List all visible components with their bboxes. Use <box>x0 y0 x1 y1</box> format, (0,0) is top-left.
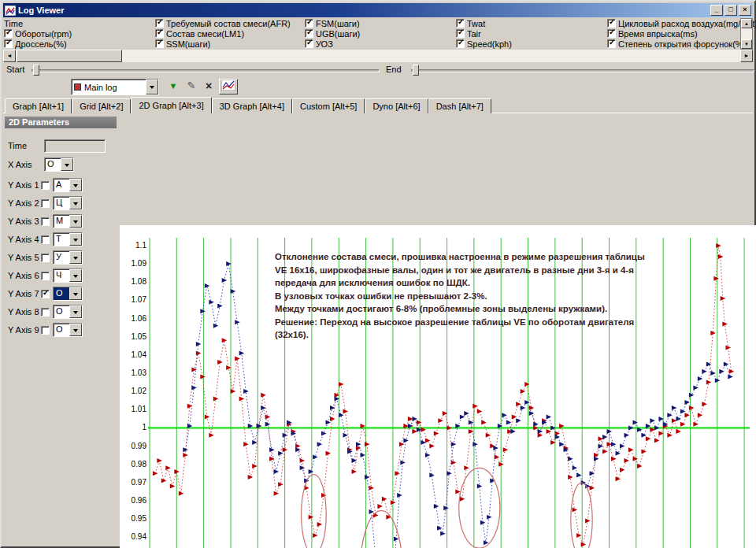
close-button[interactable]: × <box>739 5 751 16</box>
svg-text:1: 1 <box>142 423 146 431</box>
signal-item[interactable]: Цикловый расход воздуха(mg/tact) <box>607 18 756 28</box>
chevron-down-icon[interactable] <box>61 158 73 171</box>
load-log-button[interactable]: ▼ <box>165 79 181 94</box>
signal-checkbox[interactable] <box>4 39 13 48</box>
log-selector[interactable]: Main log <box>71 79 159 95</box>
y-axis-7-checkbox[interactable] <box>41 290 50 298</box>
signal-item[interactable]: Twat <box>456 18 512 28</box>
signal-checkbox[interactable] <box>456 29 465 38</box>
minimize-button[interactable]: _ <box>710 5 723 16</box>
chevron-down-icon[interactable] <box>69 215 82 228</box>
log-selector-value: Main log <box>84 83 146 92</box>
signal-item[interactable]: Обороты(rpm) <box>4 28 72 39</box>
maximize-button[interactable]: □ <box>724 5 737 16</box>
tab-dyno-alt-6[interactable]: Dyno [Alt+6] <box>365 98 428 113</box>
signal-item[interactable]: FSM(шаги) <box>305 18 360 28</box>
x-axis-select[interactable]: О <box>44 157 74 172</box>
chevron-down-icon[interactable] <box>69 197 82 209</box>
2d-parameters-panel: 2D Parameters Time X Axis О Y Axis 1AY A… <box>3 114 118 545</box>
signal-item[interactable]: Степень открытия форсунок(%) <box>607 39 756 49</box>
chevron-down-icon[interactable] <box>69 269 82 282</box>
y-axis-8-select[interactable]: O <box>53 305 83 319</box>
signal-item[interactable]: Speed(kph) <box>456 39 512 49</box>
signal-item[interactable]: Дроссель(%) <box>4 39 72 49</box>
signal-item[interactable]: UGB(шаги) <box>305 28 360 39</box>
chevron-down-icon[interactable] <box>146 80 158 94</box>
chevron-down-icon[interactable] <box>69 179 82 191</box>
svg-text:1.05: 1.05 <box>132 332 147 341</box>
signal-item[interactable]: Состав смеси(LM1) <box>155 28 291 39</box>
scroll-left-button[interactable]: ◄ <box>3 50 16 62</box>
chevron-down-icon[interactable] <box>69 324 82 336</box>
signal-checkbox[interactable] <box>155 19 164 28</box>
graph-options-button[interactable] <box>219 79 238 94</box>
horizontal-scrollbar[interactable]: ◄ ► <box>3 50 753 62</box>
signal-scrollbar[interactable]: ▲ ▼ <box>740 18 753 50</box>
log-viewer-window: Log Viewer _ □ × TimeОбороты(rpm)Дроссел… <box>0 0 756 548</box>
y-axis-1-checkbox[interactable] <box>41 181 50 190</box>
y-axis-8-checkbox[interactable] <box>41 308 50 317</box>
signal-item[interactable]: SSM(шаги) <box>155 39 291 49</box>
tab-3d-graph-alt-4[interactable]: 3D Graph [Alt+4] <box>212 98 292 113</box>
chevron-down-icon[interactable] <box>69 287 82 300</box>
y-axis-2-checkbox[interactable] <box>41 199 50 208</box>
edit-log-button[interactable]: ✎ <box>183 79 199 94</box>
tab-graph-alt-1[interactable]: Graph [Alt+1] <box>5 98 72 113</box>
scroll-down-icon[interactable]: ▼ <box>741 39 752 49</box>
y-axis-2-select[interactable]: Ц <box>53 196 83 210</box>
titlebar[interactable]: Log Viewer _ □ × <box>3 3 753 17</box>
y-axis-1-select[interactable]: A <box>53 178 83 192</box>
end-slider-track[interactable] <box>411 69 754 72</box>
y-axis-3-select[interactable]: M <box>53 214 83 228</box>
chart-area[interactable]: 1.11.091.081.071.061.051.041.031.021.011… <box>120 225 756 548</box>
signal-label: Требуемый состав смеси(AFR) <box>166 19 291 28</box>
signal-label: Twat <box>467 19 485 28</box>
y-axis-6-select[interactable]: Ч <box>53 268 83 283</box>
time-field[interactable] <box>44 139 106 153</box>
signal-checkbox[interactable] <box>305 29 313 38</box>
signal-item[interactable]: Tair <box>456 28 512 39</box>
y-axis-7-select[interactable]: О <box>53 287 83 301</box>
y-axis-9-select[interactable]: O <box>53 323 83 337</box>
signal-checkbox[interactable] <box>456 19 465 28</box>
signal-checkbox[interactable] <box>607 19 616 28</box>
delete-log-button[interactable]: × <box>201 79 217 94</box>
y-axis-9-checkbox[interactable] <box>41 326 50 335</box>
y-axis-row: Y Axis 9O <box>8 323 83 337</box>
signal-item[interactable]: Требуемый состав смеси(AFR) <box>155 18 291 28</box>
signal-checkbox[interactable] <box>4 29 13 38</box>
start-slider-track[interactable] <box>32 69 380 72</box>
end-slider-thumb[interactable] <box>413 65 419 76</box>
signal-checkbox[interactable] <box>305 19 313 28</box>
y-axis-4-checkbox[interactable] <box>41 235 50 244</box>
signal-item[interactable]: УОЗ <box>305 39 360 49</box>
chevron-down-icon[interactable] <box>69 233 82 246</box>
signal-checkbox[interactable] <box>456 39 465 48</box>
y-axis-value: У <box>54 251 69 264</box>
signal-checkbox[interactable] <box>305 39 313 48</box>
signal-checkbox[interactable] <box>155 29 164 38</box>
tab-2d-graph-alt-3[interactable]: 2D Graph [Alt+3] <box>131 97 211 113</box>
y-axis-4-select[interactable]: T <box>53 232 83 246</box>
signal-checkbox[interactable] <box>607 29 616 38</box>
2d-graph[interactable]: 1.11.091.081.071.061.051.041.031.021.011… <box>120 225 756 548</box>
signal-checkbox[interactable] <box>607 39 616 48</box>
scrollbar-thumb[interactable] <box>17 50 122 62</box>
scroll-right-button[interactable]: ► <box>740 50 753 62</box>
svg-text:1.1: 1.1 <box>135 241 146 250</box>
signal-checkbox[interactable] <box>155 39 164 48</box>
tab-custom-alt-5[interactable]: Custom [Alt+5] <box>292 98 365 113</box>
chevron-down-icon[interactable] <box>69 305 82 318</box>
svg-text:1.03: 1.03 <box>132 368 147 377</box>
start-slider-thumb[interactable] <box>33 65 39 76</box>
signal-item[interactable]: Время впрыска(ms) <box>607 28 756 39</box>
y-axis-6-checkbox[interactable] <box>41 272 50 280</box>
scroll-up-icon[interactable]: ▲ <box>741 19 752 28</box>
y-axis-5-checkbox[interactable] <box>41 254 50 262</box>
y-axis-5-select[interactable]: У <box>53 250 83 265</box>
y-axis-3-checkbox[interactable] <box>41 217 50 226</box>
tab-grid-alt-2[interactable]: Grid [Alt+2] <box>72 98 131 113</box>
signal-label: UGB(шаги) <box>316 29 360 39</box>
chevron-down-icon[interactable] <box>69 251 82 264</box>
tab-dash-alt-7[interactable]: Dash [Alt+7] <box>428 98 491 113</box>
